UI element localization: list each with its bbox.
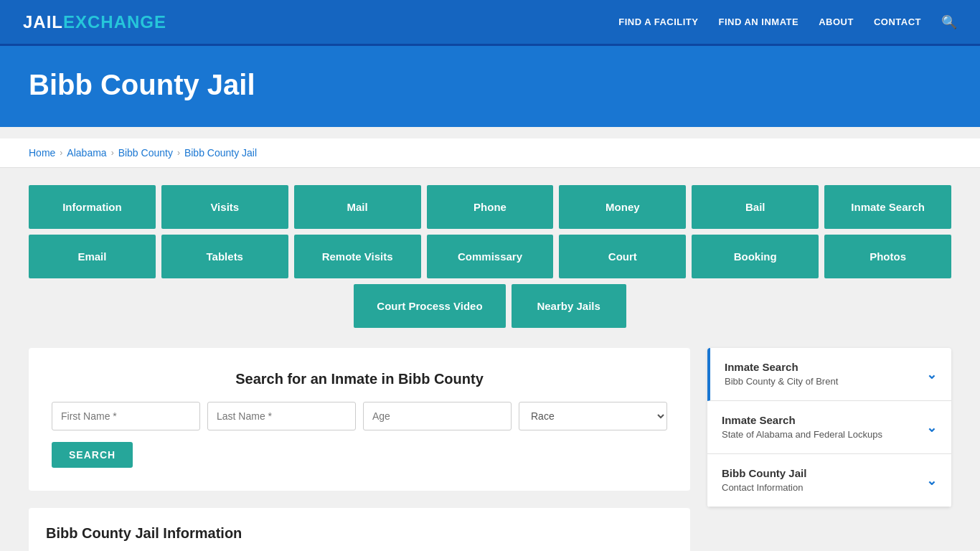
breadcrumb-current: Bibb County Jail <box>184 147 257 159</box>
nav-grid-row3: Court Process Video Nearby Jails <box>29 284 951 328</box>
btn-remote-visits[interactable]: Remote Visits <box>294 235 421 278</box>
search-title: Search for an Inmate in Bibb County <box>52 371 667 387</box>
logo-exchange: EXCHANGE <box>63 12 166 32</box>
btn-photos[interactable]: Photos <box>824 235 951 278</box>
breadcrumb-sep-2: › <box>111 148 114 158</box>
info-title: Bibb County Jail Information <box>46 525 673 542</box>
btn-information[interactable]: Information <box>29 185 156 229</box>
sidebar-item-1[interactable]: Inmate Search State of Alabama and Feder… <box>707 401 951 454</box>
sidebar-item-subtitle-0: Bibb County & City of Brent <box>725 376 838 387</box>
btn-bail[interactable]: Bail <box>692 185 819 229</box>
main-content: Home › Alabama › Bibb County › Bibb Coun… <box>0 127 980 551</box>
btn-phone[interactable]: Phone <box>427 185 554 229</box>
btn-court[interactable]: Court <box>559 235 686 278</box>
search-section: Search for an Inmate in Bibb County Race… <box>29 348 690 491</box>
breadcrumb: Home › Alabama › Bibb County › Bibb Coun… <box>0 138 980 168</box>
logo-jail: JAIL <box>23 12 63 32</box>
nav-find-inmate[interactable]: FIND AN INMATE <box>718 17 798 27</box>
sidebar-item-subtitle-2: Contact Information <box>722 482 803 493</box>
btn-nearby-jails[interactable]: Nearby Jails <box>512 284 626 328</box>
sidebar-item-title-2: Bibb County Jail <box>722 467 806 479</box>
breadcrumb-sep-3: › <box>177 148 180 158</box>
nav-about[interactable]: ABOUT <box>819 17 854 27</box>
nav-grid-row1: Information Visits Mail Phone Money Bail… <box>29 185 951 229</box>
age-input[interactable] <box>363 402 512 430</box>
page-title: Bibb County Jail <box>29 69 951 101</box>
btn-tablets[interactable]: Tablets <box>161 235 288 278</box>
chevron-down-icon-1: ⌄ <box>926 420 937 435</box>
nav-contact[interactable]: CONTACT <box>874 17 921 27</box>
btn-email[interactable]: Email <box>29 235 156 278</box>
search-button[interactable]: SEARCH <box>52 442 133 468</box>
btn-booking[interactable]: Booking <box>692 235 819 278</box>
breadcrumb-sep-1: › <box>60 148 62 158</box>
btn-inmate-search[interactable]: Inmate Search <box>824 185 951 229</box>
breadcrumb-alabama[interactable]: Alabama <box>67 147 106 159</box>
navbar: JAIL EXCHANGE FIND A FACILITY FIND AN IN… <box>0 0 980 46</box>
last-name-input[interactable] <box>207 402 356 430</box>
search-fields: Race <box>52 402 667 430</box>
sidebar-item-title-0: Inmate Search <box>725 361 838 373</box>
sidebar-item-text-2: Bibb County Jail Contact Information <box>722 467 806 494</box>
btn-court-process-video[interactable]: Court Process Video <box>354 284 505 328</box>
sidebar-item-2[interactable]: Bibb County Jail Contact Information ⌄ <box>707 454 951 507</box>
nav-grid-row2: Email Tablets Remote Visits Commissary C… <box>29 235 951 278</box>
sidebar-item-text-1: Inmate Search State of Alabama and Feder… <box>722 414 882 441</box>
search-icon[interactable]: 🔍 <box>941 14 957 30</box>
info-section: Bibb County Jail Information <box>29 508 690 551</box>
sidebar: Inmate Search Bibb County & City of Bren… <box>707 348 951 507</box>
search-and-info: Search for an Inmate in Bibb County Race… <box>29 348 690 551</box>
breadcrumb-home[interactable]: Home <box>29 147 55 159</box>
breadcrumb-bibb-county[interactable]: Bibb County <box>118 147 173 159</box>
logo[interactable]: JAIL EXCHANGE <box>23 12 166 32</box>
sidebar-item-subtitle-1: State of Alabama and Federal Lockups <box>722 429 882 440</box>
nav-find-facility[interactable]: FIND A FACILITY <box>618 17 698 27</box>
chevron-down-icon-0: ⌄ <box>926 367 937 382</box>
chevron-down-icon-2: ⌄ <box>926 473 937 489</box>
sidebar-item-text-0: Inmate Search Bibb County & City of Bren… <box>725 361 838 387</box>
btn-visits[interactable]: Visits <box>161 185 288 229</box>
lower-section: Search for an Inmate in Bibb County Race… <box>29 348 951 551</box>
race-select[interactable]: Race <box>519 402 667 430</box>
sidebar-item-title-1: Inmate Search <box>722 414 882 426</box>
btn-money[interactable]: Money <box>559 185 686 229</box>
btn-commissary[interactable]: Commissary <box>427 235 554 278</box>
main-nav: FIND A FACILITY FIND AN INMATE ABOUT CON… <box>618 14 957 30</box>
btn-mail[interactable]: Mail <box>294 185 421 229</box>
hero-banner: Bibb County Jail <box>0 46 980 127</box>
sidebar-item-0[interactable]: Inmate Search Bibb County & City of Bren… <box>707 348 951 401</box>
first-name-input[interactable] <box>52 402 200 430</box>
